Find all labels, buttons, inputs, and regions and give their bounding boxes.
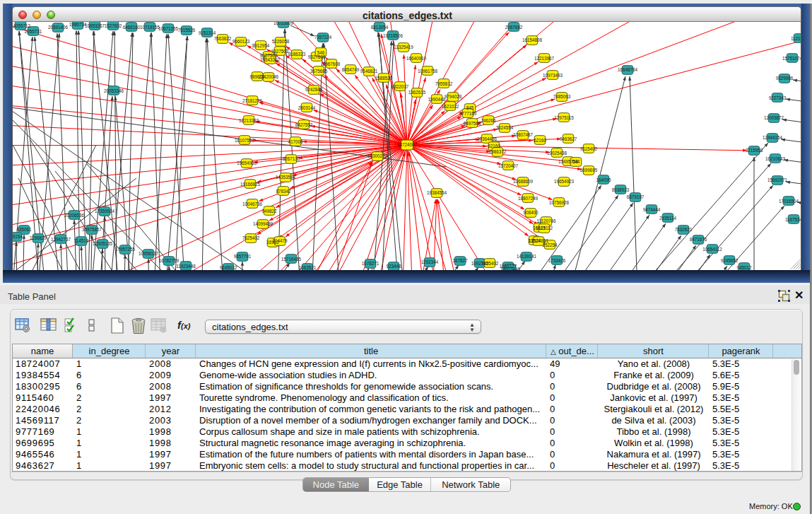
svg-text:8186323: 8186323 [288, 52, 306, 57]
svg-text:10807487: 10807487 [513, 132, 534, 137]
svg-text:1990448: 1990448 [428, 97, 446, 102]
svg-text:214479: 214479 [272, 238, 288, 243]
svg-text:546: 546 [317, 50, 325, 55]
svg-text:15692971: 15692971 [767, 177, 788, 182]
svg-text:6699695: 6699695 [580, 168, 598, 173]
svg-text:19384554: 19384554 [427, 190, 447, 195]
svg-text:878342: 878342 [276, 189, 291, 194]
svg-text:3675685: 3675685 [310, 69, 328, 74]
svg-text:62160: 62160 [488, 144, 500, 148]
svg-text:19654923: 19654923 [554, 179, 575, 184]
svg-text:1292344: 1292344 [421, 259, 439, 264]
svg-text:15300273: 15300273 [367, 153, 388, 158]
svg-text:12942737: 12942737 [51, 237, 71, 242]
svg-text:18807249: 18807249 [518, 196, 539, 201]
svg-text:9660123: 9660123 [233, 39, 250, 44]
svg-text:3215958: 3215958 [746, 148, 763, 153]
svg-text:10671355: 10671355 [158, 26, 179, 31]
svg-text:9327503: 9327503 [271, 49, 289, 54]
svg-text:7955812: 7955812 [435, 81, 453, 86]
svg-text:15720407: 15720407 [498, 163, 519, 168]
svg-text:10756928: 10756928 [549, 200, 570, 205]
svg-text:7485063: 7485063 [553, 94, 571, 99]
svg-text:14353594: 14353594 [276, 175, 296, 180]
svg-text:9227343: 9227343 [769, 95, 787, 100]
svg-text:17957255: 17957255 [115, 247, 136, 252]
svg-text:1621022: 1621022 [442, 104, 459, 109]
svg-text:8427552: 8427552 [295, 122, 313, 127]
svg-text:23420046: 23420046 [259, 74, 279, 79]
svg-text:2055731: 2055731 [25, 29, 42, 34]
svg-text:9777169: 9777169 [459, 111, 477, 116]
svg-text:923448: 923448 [386, 264, 401, 269]
svg-text:1678271: 1678271 [362, 261, 379, 266]
svg-text:167827: 167827 [452, 258, 468, 263]
svg-text:1121506: 1121506 [791, 36, 801, 41]
svg-text:10653267: 10653267 [85, 23, 105, 28]
svg-text:1588520: 1588520 [375, 76, 393, 81]
svg-text:17359924: 17359924 [95, 209, 115, 214]
svg-text:1615112: 1615112 [536, 226, 553, 230]
svg-text:15716485: 15716485 [281, 257, 302, 262]
svg-text:9463627: 9463627 [560, 136, 577, 141]
svg-text:10688609: 10688609 [513, 179, 534, 184]
svg-text:15751074: 15751074 [782, 56, 801, 61]
svg-text:39154: 39154 [13, 234, 23, 239]
svg-text:12213967: 12213967 [534, 56, 555, 61]
svg-text:7663822: 7663822 [214, 36, 232, 41]
svg-text:8471676: 8471676 [690, 237, 707, 242]
svg-text:9327508: 9327508 [308, 54, 326, 59]
svg-text:2967608: 2967608 [323, 62, 341, 66]
svg-text:1063521: 1063521 [299, 265, 317, 270]
svg-text:12093872: 12093872 [764, 115, 784, 120]
svg-text:6879197: 6879197 [627, 194, 645, 199]
svg-text:9146821: 9146821 [360, 69, 378, 74]
svg-text:16154808: 16154808 [522, 37, 543, 42]
svg-text:3624554: 3624554 [496, 125, 514, 130]
svg-text:9151314: 9151314 [199, 30, 216, 35]
svg-text:9657791: 9657791 [234, 254, 252, 259]
svg-text:16543362: 16543362 [260, 57, 281, 62]
svg-text:908400: 908400 [523, 210, 539, 215]
svg-text:8813054: 8813054 [371, 25, 389, 30]
svg-text:6466160: 6466160 [123, 25, 141, 30]
svg-text:1362615: 1362615 [408, 90, 426, 95]
svg-text:8322037: 8322037 [392, 84, 409, 89]
svg-text:12213383: 12213383 [239, 118, 259, 123]
svg-text:18724007: 18724007 [397, 142, 418, 147]
svg-text:10958137: 10958137 [139, 251, 159, 256]
svg-text:12444154: 12444154 [763, 135, 783, 140]
svg-text:2087682: 2087682 [505, 25, 523, 30]
svg-text:1733426: 1733426 [548, 258, 566, 263]
svg-text:164095: 164095 [596, 177, 611, 182]
svg-text:9115400: 9115400 [580, 146, 598, 151]
svg-text:417006: 417006 [288, 139, 303, 144]
svg-text:10961758: 10961758 [418, 69, 438, 74]
svg-text:9245012: 9245012 [220, 265, 237, 270]
svg-text:16640910: 16640910 [406, 56, 427, 61]
svg-text:5226058: 5226058 [272, 39, 290, 44]
svg-text:252254: 252254 [542, 243, 558, 247]
svg-text:7625402: 7625402 [242, 235, 260, 240]
svg-text:8454749: 8454749 [342, 67, 360, 72]
svg-text:845: 845 [466, 105, 474, 110]
svg-text:3267130: 3267130 [283, 156, 300, 161]
svg-text:2935114: 2935114 [659, 216, 677, 221]
svg-text:2803144: 2803144 [298, 105, 316, 110]
svg-text:7986372: 7986372 [489, 149, 507, 154]
svg-text:7625402: 7625402 [481, 261, 499, 266]
svg-text:9794028: 9794028 [445, 94, 462, 99]
svg-text:11120746: 11120746 [536, 218, 556, 223]
svg-text:11325419: 11325419 [394, 45, 413, 49]
svg-text:16648784: 16648784 [618, 67, 638, 72]
svg-text:12923446: 12923446 [500, 267, 521, 270]
svg-text:8912954: 8912954 [252, 43, 270, 48]
svg-text:9242848: 9242848 [305, 87, 323, 92]
svg-text:14055712: 14055712 [13, 23, 30, 28]
svg-text:17016504: 17016504 [779, 199, 799, 204]
svg-text:1167534: 1167534 [785, 217, 801, 222]
svg-text:20891406: 20891406 [48, 25, 69, 30]
svg-text:19166825: 19166825 [240, 182, 261, 187]
svg-text:1156829: 1156829 [30, 235, 47, 240]
svg-text:949822: 949822 [261, 209, 277, 214]
